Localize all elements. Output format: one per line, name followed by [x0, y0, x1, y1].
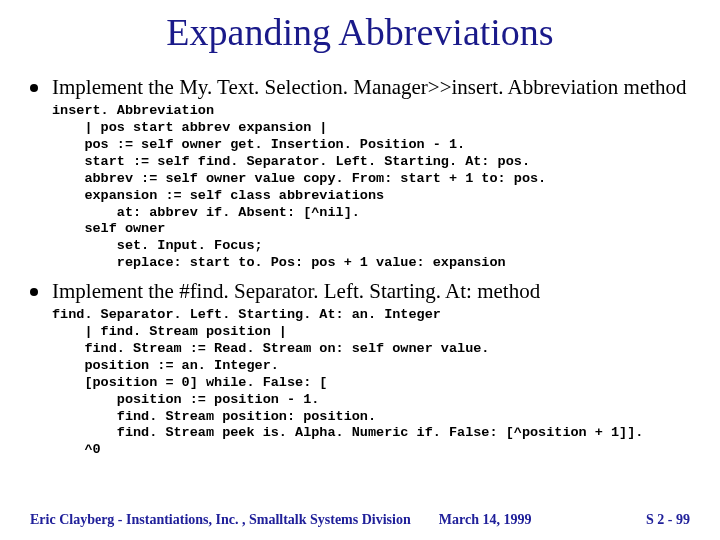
- code-block: insert. Abbreviation | pos start abbrev …: [52, 103, 690, 272]
- bullet-item: Implement the My. Text. Selection. Manag…: [30, 74, 690, 101]
- page-title: Expanding Abbreviations: [30, 10, 690, 54]
- bullet-icon: [30, 288, 38, 296]
- footer-author: Eric Clayberg - Instantiations, Inc. , S…: [30, 512, 411, 528]
- bullet-icon: [30, 84, 38, 92]
- slide: Expanding Abbreviations Implement the My…: [0, 0, 720, 540]
- footer: Eric Clayberg - Instantiations, Inc. , S…: [30, 512, 690, 528]
- footer-date: March 14, 1999: [439, 512, 532, 528]
- bullet-text: Implement the My. Text. Selection. Manag…: [52, 74, 687, 101]
- bullet-item: Implement the #find. Separator. Left. St…: [30, 278, 690, 305]
- code-block: find. Separator. Left. Starting. At: an.…: [52, 307, 690, 459]
- bullet-text: Implement the #find. Separator. Left. St…: [52, 278, 540, 305]
- footer-page: S 2 - 99: [646, 512, 690, 528]
